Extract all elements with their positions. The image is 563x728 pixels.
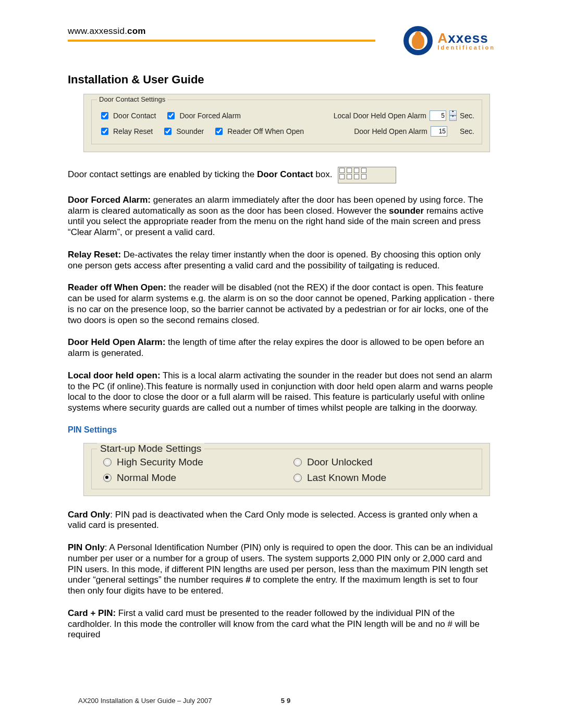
unit-label: Sec. [460, 127, 474, 135]
radio-label: Normal Mode [117, 472, 176, 484]
text-bold: sounder [389, 206, 424, 216]
inline-screenshot-icon [338, 167, 396, 183]
radio-icon[interactable] [293, 474, 302, 482]
high-security-mode-radio[interactable]: High Security Mode [103, 456, 283, 468]
header-rule [68, 40, 375, 42]
radio-label: Last Known Mode [307, 472, 386, 484]
text-bold: Reader off When Open: [68, 282, 166, 292]
page-footer: AX200 Installation & User Guide – July 2… [78, 697, 495, 705]
door-held-paragraph: Door Held Open Alarm: the length of time… [68, 337, 495, 359]
local-door-held-field: Local Door Held Open Alarm ▴▾ Sec. [334, 110, 474, 121]
document-page: www.axxessid.com Axxess Identification I… [0, 0, 563, 728]
checkbox-label: Sounder [176, 127, 204, 135]
text: box. [313, 169, 335, 179]
text-bold: Relay Reset: [68, 250, 121, 260]
radio-label: High Security Mode [117, 456, 203, 468]
logo-letter-a: A [438, 30, 448, 46]
text: De-activates the relay timer instantly w… [68, 250, 481, 270]
text-bold: # [246, 575, 250, 585]
startup-mode-screenshot: Start-up Mode Settings High Security Mod… [83, 443, 490, 496]
logo-text: Axxess Identification [438, 31, 495, 51]
page-header: www.axxessid.com Axxess Identification [68, 26, 495, 57]
door-contact-settings-screenshot: Door Contact Settings Door Contact Door … [83, 94, 490, 152]
local-door-held-paragraph: Local door held open: This is a local al… [68, 371, 495, 414]
sounder-checkbox[interactable]: Sounder [162, 126, 204, 137]
spinner-down-icon[interactable]: ▾ [449, 116, 457, 121]
text: First a valid card must be presented to … [68, 608, 480, 639]
url-prefix: www.axxessid. [68, 26, 127, 36]
card-plus-pin-paragraph: Card + PIN: First a valid card must be p… [68, 608, 495, 640]
page-title: Installation & User Guide [68, 73, 495, 87]
group-legend: Door Contact Settings [97, 95, 167, 103]
unit-label: Sec. [460, 112, 474, 120]
logo-icon [403, 26, 433, 55]
reader-off-paragraph: Reader off When Open: the reader will be… [68, 282, 495, 326]
normal-mode-radio[interactable]: Normal Mode [103, 472, 283, 484]
checkbox-icon[interactable] [215, 128, 223, 135]
text: Door contact settings are enabled by tic… [68, 169, 257, 179]
footer-left: AX200 Installation & User Guide – July 2… [78, 697, 212, 705]
relay-reset-checkbox[interactable]: Relay Reset [99, 126, 153, 137]
relay-reset-paragraph: Relay Reset: De-activates the relay time… [68, 250, 495, 271]
checkbox-icon[interactable] [101, 112, 108, 119]
door-contact-checkbox[interactable]: Door Contact [99, 110, 156, 121]
radio-icon[interactable] [293, 458, 302, 466]
startup-mode-group: Start-up Mode Settings High Security Mod… [91, 449, 482, 489]
text-bold: Card + PIN: [68, 608, 116, 618]
local-door-held-input[interactable] [430, 110, 446, 121]
group-legend: Start-up Mode Settings [97, 443, 204, 454]
checkbox-label: Door Contact [113, 112, 156, 120]
url-suffix: com [127, 26, 146, 36]
text-bold: Door Held Open Alarm: [68, 337, 165, 347]
door-forced-alarm-paragraph: Door Forced Alarm: generates an alarm im… [68, 195, 495, 238]
field-label: Door Held Open Alarm [354, 127, 427, 135]
logo-word: xxess [448, 30, 488, 46]
last-known-mode-radio[interactable]: Last Known Mode [293, 472, 473, 484]
checkbox-label: Door Forced Alarm [179, 112, 240, 120]
logo-subtitle: Identification [438, 45, 495, 51]
field-label: Local Door Held Open Alarm [334, 112, 426, 120]
pin-only-paragraph: PIN Only: A Personal Identification Numb… [68, 542, 495, 597]
intro-paragraph: Door contact settings are enabled by tic… [68, 167, 495, 183]
text-bold: PIN Only [68, 542, 105, 552]
door-contact-group: Door Contact Settings Door Contact Door … [91, 100, 482, 144]
reader-off-checkbox[interactable]: Reader Off When Open [213, 126, 304, 137]
brand-logo: Axxess Identification [403, 26, 495, 55]
text-bold: Card Only [68, 510, 110, 520]
pin-settings-heading: PIN Settings [68, 425, 495, 435]
radio-label: Door Unlocked [307, 456, 373, 468]
door-held-input[interactable] [431, 126, 447, 137]
checkbox-label: Reader Off When Open [227, 127, 304, 135]
checkbox-icon[interactable] [101, 128, 108, 135]
text-bold: Door Contact [257, 169, 313, 179]
checkbox-icon[interactable] [164, 128, 172, 135]
radio-icon[interactable] [103, 474, 112, 482]
text-bold: Door Forced Alarm: [68, 195, 151, 205]
door-forced-alarm-checkbox[interactable]: Door Forced Alarm [165, 110, 240, 121]
checkbox-label: Relay Reset [113, 127, 153, 135]
door-held-field: Door Held Open Alarm Sec. [354, 126, 474, 137]
text: : PIN pad is deactivated when the Card O… [68, 510, 478, 530]
radio-icon[interactable] [103, 458, 112, 466]
card-only-paragraph: Card Only: PIN pad is deactivated when t… [68, 510, 495, 531]
door-unlocked-radio[interactable]: Door Unlocked [293, 456, 473, 468]
page-number: 59 [281, 697, 292, 705]
checkbox-icon[interactable] [167, 112, 175, 119]
spinner-control[interactable]: ▴▾ [449, 110, 457, 121]
text-bold: Local door held open: [68, 371, 161, 380]
